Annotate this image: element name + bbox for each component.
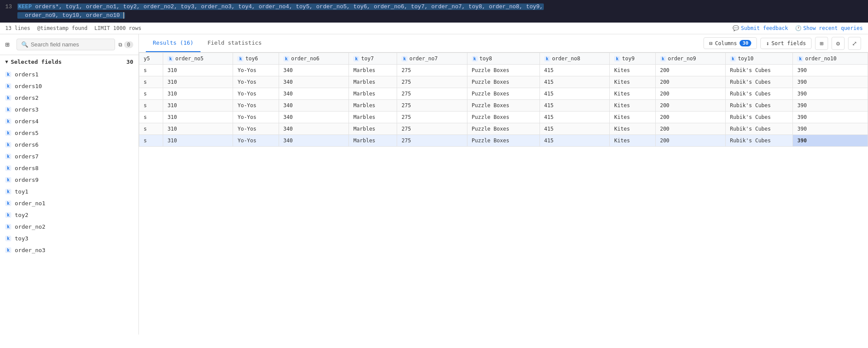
table-cell-toy10: Rubik's Cubes [726,88,793,100]
list-item[interactable]: k order_no2 [0,221,138,233]
table-cell-toy6: Yo-Yos [233,112,279,123]
table-cell-toy10: Rubik's Cubes [726,135,793,147]
settings-button[interactable]: ⚙ [832,37,845,50]
list-item[interactable]: k orders3 [0,104,138,115]
col-header-order_no6[interactable]: k order_no6 [279,53,349,65]
list-item[interactable]: k orders5 [0,127,138,139]
table-cell-toy9: Kites [610,112,655,123]
columns-button[interactable]: ⊟ Columns 30 [704,37,757,49]
filter-badge[interactable]: ⧉ 0 [118,41,133,48]
selected-fields-header[interactable]: ▼ Selected fields 30 [0,55,138,69]
col-header-toy10[interactable]: k toy10 [726,53,793,65]
selected-fields-label: Selected fields [11,59,62,65]
feedback-icon: 💬 [733,25,739,31]
tab-field-statistics[interactable]: Field statistics [201,34,269,52]
tabs-toolbar: Results (16) Field statistics ⊟ Columns … [139,34,868,53]
sidebar-toggle-btn[interactable]: ⊞ [5,40,10,49]
list-item[interactable]: k orders7 [0,151,138,162]
table-row[interactable]: s310Yo-Yos340Marbles275Puzzle Boxes415Ki… [139,100,868,112]
col-header-order_no5[interactable]: k order_no5 [163,53,233,65]
status-right[interactable]: 💬 Submit feedback 🕐 Show recent queries [733,25,863,31]
chevron-down-icon: ▼ [5,59,8,65]
table-cell-toy10: Rubik's Cubes [726,123,793,135]
main-layout: ⊞ 🔍 ⧉ 0 ▼ Selected fields 30 k orders1 [0,34,868,335]
sort-icon: ↕ [766,40,769,46]
list-item[interactable]: k toy2 [0,209,138,221]
list-item[interactable]: k toy3 [0,233,138,244]
table-row[interactable]: s310Yo-Yos340Marbles275Puzzle Boxes415Ki… [139,88,868,100]
list-item[interactable]: k toy1 [0,186,138,197]
col-header-order_no8[interactable]: k order_no8 [539,53,609,65]
table-cell-toy10: Rubik's Cubes [726,100,793,112]
col-header-toy7[interactable]: k toy7 [349,53,397,65]
grid-view-button[interactable]: ⊞ [815,37,828,50]
selected-fields-count: 30 [126,59,133,65]
table-cell-toy9: Kites [610,123,655,135]
list-item[interactable]: k orders1 [0,69,138,80]
table-row[interactable]: s310Yo-Yos340Marbles275Puzzle Boxes415Ki… [139,76,868,88]
submit-feedback-link[interactable]: 💬 Submit feedback [733,25,788,31]
table-cell-y5: s [139,135,163,147]
table-cell-toy8: Puzzle Boxes [467,112,539,123]
table-row[interactable]: s310Yo-Yos340Marbles275Puzzle Boxes415Ki… [139,135,868,147]
search-box[interactable]: 🔍 [16,39,115,50]
expand-icon: ⤢ [852,40,857,47]
table-cell-order_no9: 200 [655,100,725,112]
table-cell-toy9: Kites [610,100,655,112]
table-cell-order_no8: 415 [539,100,609,112]
field-name: orders9 [15,177,39,183]
data-table-container[interactable]: y5 k order_no5 k toy6 [139,53,868,335]
tab-group: Results (16) Field statistics [146,34,269,52]
list-item[interactable]: k order_no3 [0,244,138,256]
list-item[interactable]: k orders10 [0,80,138,92]
col-header-order_no10[interactable]: k order_no10 [793,53,868,65]
expand-button[interactable]: ⤢ [848,37,861,50]
tab-results[interactable]: Results (16) [146,34,201,52]
table-cell-order_no9: 200 [655,76,725,88]
table-cell-order_no10: 390 [793,76,868,88]
col-header-toy8[interactable]: k toy8 [467,53,539,65]
col-header-y5[interactable]: y5 [139,53,163,65]
list-item[interactable]: k orders8 [0,162,138,174]
list-item[interactable]: k order_no1 [0,197,138,209]
status-bar: 13 lines @timestamp found LIMIT 1000 row… [0,23,868,34]
table-row[interactable]: s310Yo-Yos340Marbles275Puzzle Boxes415Ki… [139,65,868,76]
table-cell-order_no8: 415 [539,112,609,123]
col-header-order_no7[interactable]: k order_no7 [397,53,467,65]
list-item[interactable]: k orders2 [0,92,138,104]
field-name: orders4 [15,118,39,125]
list-item[interactable]: k orders9 [0,174,138,186]
field-name: order_no3 [15,247,45,253]
keep-keyword: KEEP [18,3,32,10]
table-cell-order_no7: 275 [397,65,467,76]
list-item[interactable]: k orders6 [0,139,138,151]
columns-count: 30 [740,40,751,46]
search-input[interactable] [31,41,110,48]
table-cell-y5: s [139,76,163,88]
table-cell-toy7: Marbles [349,123,397,135]
col-key-badge: k [660,56,666,62]
col-header-order_no9[interactable]: k order_no9 [655,53,725,65]
col-header-toy9[interactable]: k toy9 [610,53,655,65]
table-cell-order_no5: 310 [163,65,233,76]
table-cell-y5: s [139,112,163,123]
limit-status: LIMIT 1000 rows [94,25,141,31]
table-cell-order_no8: 415 [539,76,609,88]
show-recent-link[interactable]: 🕐 Show recent queries [795,25,863,31]
table-cell-order_no8: 415 [539,65,609,76]
col-header-toy6[interactable]: k toy6 [233,53,279,65]
table-cell-toy10: Rubik's Cubes [726,112,793,123]
sidebar: ⊞ 🔍 ⧉ 0 ▼ Selected fields 30 k orders1 [0,34,139,335]
table-cell-toy7: Marbles [349,135,397,147]
field-key-badge: k [5,142,11,148]
sidebar-search-header: ⊞ 🔍 ⧉ 0 [0,34,138,55]
field-name: orders10 [15,83,42,89]
table-cell-order_no9: 200 [655,88,725,100]
list-item[interactable]: k orders4 [0,115,138,127]
table-row[interactable]: s310Yo-Yos340Marbles275Puzzle Boxes415Ki… [139,123,868,135]
table-cell-toy6: Yo-Yos [233,123,279,135]
field-key-badge: k [5,224,11,230]
table-row[interactable]: s310Yo-Yos340Marbles275Puzzle Boxes415Ki… [139,112,868,123]
sort-fields-button[interactable]: ↕ Sort fields [760,38,812,49]
field-key-badge: k [5,95,11,101]
